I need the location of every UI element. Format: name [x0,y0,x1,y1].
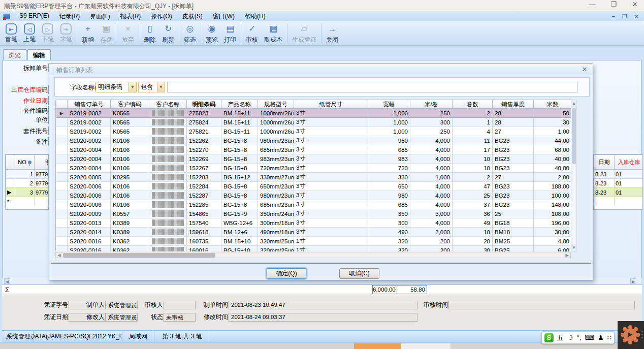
toolbar-button-delete[interactable]: ▯删除 [141,21,159,45]
table-row[interactable]: S2020-0005K0295152283BG-15+12330mm/27um.… [56,173,571,182]
row-selector[interactable] [6,170,15,179]
row-selector[interactable] [6,179,15,188]
filter-operator-dropdown[interactable]: 包含 ▼ [138,82,165,92]
table-row[interactable]: S2020-0004K0106152269BG-15+8983mm/23um..… [56,154,571,164]
filter-field-dropdown[interactable]: 明细条码 ▼ [95,82,137,92]
grid-icon[interactable]: ∷ [607,334,611,341]
chevron-down-icon[interactable]: ▼ [128,82,136,92]
row-selector[interactable]: ▶ [56,109,68,118]
mdi-close-button[interactable]: ✕ [634,13,639,20]
punctuation-icon[interactable]: °, [576,334,581,341]
column-header[interactable]: 米数 [534,100,571,109]
table-row[interactable]: S2020-0004K0106152267BG-15+8720mm/23um..… [56,164,571,173]
gear-play-icon[interactable] [624,328,637,341]
table-row[interactable]: S2020-0016K0362160016BG-15+10320mm/25um.… [56,246,571,252]
scroll-left-icon[interactable]: ◀ [4,278,10,284]
column-header[interactable]: 规格型号 [258,100,294,109]
menu-item-3[interactable]: 界面(F) [85,11,115,22]
person-icon[interactable]: ♟ [598,334,604,341]
row-selector[interactable]: * [6,197,15,206]
moon-icon[interactable]: ☽ [567,334,573,341]
row-selector[interactable] [56,237,68,246]
table-row[interactable]: S2019-0002K0565275824BM-15+111000mm/26u.… [56,118,571,127]
table-row[interactable]: 297792 [6,179,49,188]
toolbar-button-add[interactable]: +新增 [79,21,97,45]
row-selector[interactable] [56,182,68,191]
row-selector[interactable] [56,127,68,136]
column-header-detail[interactable]: 明 [35,155,49,170]
table-row[interactable]: S2020-0004K0106152270BG-15+8685mm/23um..… [56,145,571,154]
taskbar-item-active[interactable] [354,343,401,349]
scroll-up-icon[interactable]: ▲ [571,100,576,107]
row-selector[interactable] [56,118,68,127]
column-header[interactable]: 销售厚度 [493,100,534,109]
window-minimize-button[interactable]: — [588,1,596,8]
sogou-logo-icon[interactable]: S [544,333,554,342]
table-row[interactable]: 8-2301 [594,179,643,188]
table-row[interactable]: S2020-0006K0106152284BG-15+8650mm/23um..… [56,182,571,191]
column-header[interactable]: 产品名称 [221,100,258,109]
scroll-right-icon[interactable]: ▶ [630,278,636,284]
horizontal-scrollbar[interactable]: ◀ ▶ [55,252,571,258]
table-row[interactable]: S2020-0009K0557154865BG-15+9350mm/24um..… [56,209,571,218]
table-row[interactable]: S2020-0006K0106152285BG-15+8685mm/23um..… [56,200,571,209]
column-header[interactable]: 明细条码 [187,100,221,109]
row-selector[interactable] [56,154,68,164]
window-close-button[interactable]: ✕ [631,1,639,8]
table-row[interactable]: S2020-0013K0389157540WBG-12+6300mm/18um.… [56,218,571,228]
toolbar-button-first-record[interactable]: ⇤首笔 [2,21,20,45]
column-header-no[interactable]: NO [15,155,35,170]
column-header[interactable]: 销售订单号 [68,100,111,109]
menu-item-6[interactable]: 皮肤(S) [177,11,208,22]
column-header[interactable]: 卷数 [453,100,493,109]
table-row[interactable]: 197792 [6,170,49,179]
column-header[interactable]: 宽幅 [368,100,410,109]
dialog-close-icon[interactable]: ✕ [581,66,589,73]
menu-item-4[interactable]: 报表(R) [115,11,146,22]
table-row[interactable]: S2020-0014K0389159618BM-12+6490mm/18um..… [56,228,571,237]
row-selector[interactable] [56,228,68,237]
mdi-restore-button[interactable]: ❐ [622,13,627,20]
recorder-app-overlay[interactable]: ••• [618,321,644,349]
row-selector[interactable] [56,145,68,154]
menu-item-1[interactable]: S9 ERP(E) [14,11,54,22]
keyboard-icon[interactable]: ⌨ [585,334,594,341]
tab-browse[interactable]: 浏览 [3,49,26,60]
toolbar-button-previous-record[interactable]: ◁上笔 [20,21,39,45]
filter-search-input[interactable] [167,82,577,92]
row-selector[interactable] [56,173,68,182]
row-selector[interactable] [56,164,68,173]
row-selector[interactable] [56,246,68,252]
table-row[interactable]: 8-2301 [594,170,643,179]
row-selector[interactable]: ▶ [6,188,15,197]
scroll-right-icon[interactable]: ▶ [564,252,570,258]
scroll-down-icon[interactable]: ▼ [571,244,576,251]
mdi-minimize-button[interactable]: – [612,13,615,20]
scrollbar-thumb[interactable] [63,253,215,258]
window-maximize-button[interactable]: ❐ [609,1,618,8]
table-row[interactable]: S2020-0002K0106152262BG-15+8980mm/23um..… [56,136,571,145]
column-header[interactable]: 米/卷 [410,100,453,109]
toolbar-button-filter[interactable]: ◎筛选 [181,21,199,45]
table-row[interactable]: S2019-0002K0565275821BG-15+111000mm/26u.… [56,127,571,136]
scrollbar-thumb[interactable] [572,108,576,164]
tab-edit[interactable]: 编辑 [27,49,51,60]
chevron-down-icon[interactable]: ▼ [157,82,165,92]
menu-item-7[interactable]: 窗口(W) [208,11,240,22]
column-header-date[interactable]: 日期 [594,155,615,170]
row-selector[interactable] [56,209,68,218]
menu-item-5[interactable]: 操作(O) [146,11,177,22]
toolbar-button-refresh[interactable]: ↻刷新 [159,21,177,45]
toolbar-button-print[interactable]: ▤打印 [221,21,239,45]
toolbar-button-audit[interactable]: ✓审核 [243,21,261,45]
row-selector[interactable] [56,136,68,145]
ime-mode-text[interactable]: 五 [557,333,564,342]
dialog-titlebar[interactable]: 销售订单列表 ✕ [49,64,593,75]
row-selector[interactable] [56,218,68,228]
table-row[interactable] [594,197,643,206]
table-row[interactable]: ▶S2019-0002K0565275823BM-15+111000mm/26u… [56,109,571,118]
table-row[interactable]: S2020-0016K0362160735BM-15+10320mm/25um.… [56,237,571,246]
toolbar-button-close[interactable]: →关闭 [323,21,341,45]
row-selector[interactable] [56,200,68,209]
menu-item-2[interactable]: 记录(R) [54,11,85,22]
